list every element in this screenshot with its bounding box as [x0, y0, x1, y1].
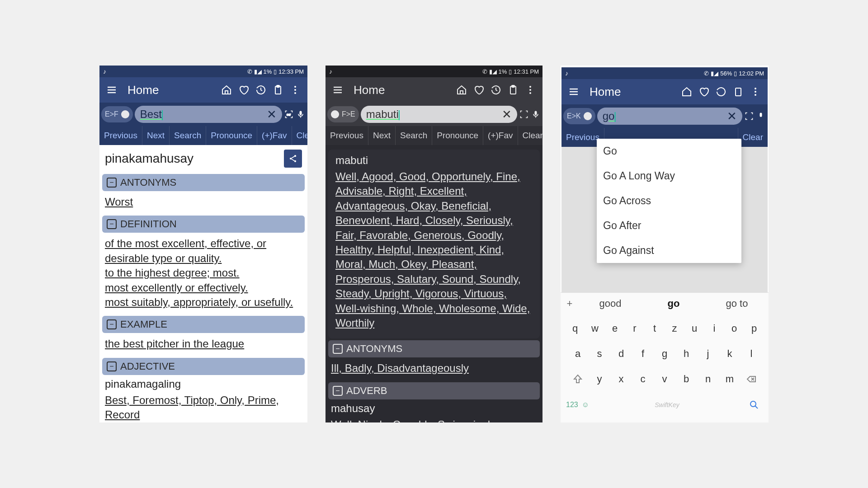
menu-icon[interactable]	[106, 84, 118, 96]
key-l[interactable]: l	[741, 343, 761, 365]
candidate[interactable]: good	[579, 298, 642, 310]
ocr-icon[interactable]: ocr	[284, 109, 294, 119]
key-backspace[interactable]	[741, 368, 761, 390]
heart-icon[interactable]	[238, 84, 250, 96]
suggestion-item[interactable]: Go After	[597, 213, 741, 238]
overflow-icon[interactable]	[524, 84, 536, 96]
key-q[interactable]: q	[566, 317, 584, 340]
suggestion-item[interactable]: Go	[597, 139, 741, 164]
ocr-icon[interactable]	[744, 111, 754, 121]
menu-icon[interactable]	[332, 84, 344, 96]
tab-pronounce[interactable]: Pronounce	[432, 126, 483, 145]
history-icon[interactable]	[255, 84, 267, 96]
home-icon[interactable]	[221, 84, 232, 96]
key-w[interactable]: w	[586, 317, 604, 340]
lang-toggle[interactable]: F>E	[327, 106, 359, 122]
key-u[interactable]: u	[685, 317, 703, 340]
suggestion-item[interactable]: Go Against	[597, 238, 741, 263]
adjective-sub1-syns[interactable]: Best, Foremost, Tiptop, Only, Prime, Rec…	[102, 391, 305, 422]
synonyms-body[interactable]: Well, Agood, Good, Opportunely, Fine, Ad…	[333, 168, 535, 335]
collapse-icon[interactable]: −	[107, 219, 117, 229]
tab-next[interactable]: Next	[368, 126, 396, 145]
section-antonyms[interactable]: −ANTONYMS	[102, 174, 305, 191]
key-c[interactable]: c	[633, 368, 653, 390]
antonyms-body[interactable]: Ill, Badly, Disadvantageously	[328, 359, 540, 380]
section-definition[interactable]: −DEFINITION	[102, 216, 305, 233]
key-y[interactable]: y	[590, 368, 609, 390]
suggestion-item[interactable]: Go Across	[597, 188, 741, 213]
search-input[interactable]: mabuti ✕	[361, 106, 517, 123]
clipboard-icon[interactable]	[272, 84, 284, 96]
key-t[interactable]: t	[646, 317, 664, 340]
history-icon[interactable]	[490, 84, 502, 96]
collapse-icon[interactable]: −	[333, 344, 343, 354]
key-emoji[interactable]: ☺	[582, 401, 589, 409]
key-search[interactable]	[745, 394, 763, 416]
key-f[interactable]: f	[633, 343, 653, 365]
heart-icon[interactable]	[473, 84, 485, 96]
mic-icon[interactable]	[296, 109, 306, 119]
tab-clear[interactable]: Clear	[518, 126, 542, 145]
clear-x-icon[interactable]: ✕	[502, 108, 512, 122]
tab-clear[interactable]: Clear	[738, 128, 768, 147]
key-h[interactable]: h	[676, 343, 696, 365]
clipboard-icon[interactable]	[507, 84, 519, 96]
key-z[interactable]: z	[665, 317, 684, 340]
collapse-icon[interactable]: −	[107, 361, 117, 371]
candidate-add-icon[interactable]: +	[561, 298, 579, 310]
key-p[interactable]: p	[745, 317, 763, 340]
clear-x-icon[interactable]: ✕	[727, 109, 737, 123]
key-g[interactable]: g	[655, 343, 675, 365]
tab-next[interactable]: Next	[142, 126, 170, 145]
key-123[interactable]: 123	[566, 401, 578, 409]
suggestion-item[interactable]: Go A Long Way	[597, 164, 741, 188]
home-icon[interactable]	[456, 84, 467, 96]
key-s[interactable]: s	[590, 343, 609, 365]
tab-search[interactable]: Search	[170, 126, 206, 145]
section-adverb[interactable]: −ADVERB	[328, 382, 540, 399]
key-b[interactable]: b	[676, 368, 696, 390]
clear-x-icon[interactable]: ✕	[267, 108, 277, 122]
clipboard-icon[interactable]	[732, 86, 744, 98]
key-r[interactable]: r	[626, 317, 644, 340]
section-adjective[interactable]: −ADJECTIVE	[102, 358, 305, 375]
search-input[interactable]: Best ✕	[135, 106, 282, 123]
adverb-sub1-syns[interactable]: Well, Nicely, Capably, Swimmingly	[328, 416, 540, 422]
lang-toggle[interactable]: E>F	[101, 106, 133, 122]
key-i[interactable]: i	[705, 317, 723, 340]
tab-clear[interactable]: Clear	[292, 126, 307, 145]
mic-icon[interactable]	[531, 109, 541, 119]
antonyms-body[interactable]: Worst	[102, 193, 305, 214]
collapse-icon[interactable]: −	[333, 386, 343, 396]
menu-icon[interactable]	[568, 86, 580, 98]
key-x[interactable]: x	[611, 368, 631, 390]
history-icon[interactable]	[715, 86, 727, 98]
overflow-icon[interactable]	[750, 86, 761, 98]
section-example[interactable]: −EXAMPLE	[102, 316, 305, 333]
tab-fav[interactable]: (+)Fav	[257, 126, 292, 145]
collapse-icon[interactable]: −	[107, 319, 117, 329]
candidate[interactable]: go to	[705, 298, 769, 310]
tab-previous[interactable]: Previous	[326, 126, 368, 145]
key-o[interactable]: o	[725, 317, 743, 340]
overflow-icon[interactable]	[289, 84, 301, 96]
candidate[interactable]: go	[642, 298, 705, 310]
key-k[interactable]: k	[720, 343, 740, 365]
key-j[interactable]: j	[698, 343, 718, 365]
tab-search[interactable]: Search	[396, 126, 432, 145]
key-a[interactable]: a	[568, 343, 588, 365]
mic-icon[interactable]	[756, 111, 766, 121]
home-icon[interactable]	[681, 86, 693, 98]
key-e[interactable]: e	[606, 317, 624, 340]
heart-icon[interactable]	[698, 86, 710, 98]
key-v[interactable]: v	[655, 368, 675, 390]
lang-toggle[interactable]: E>K	[563, 108, 595, 124]
share-button[interactable]	[284, 150, 302, 168]
ocr-icon[interactable]	[519, 109, 529, 119]
search-input[interactable]: go ✕	[597, 108, 742, 125]
key-n[interactable]: n	[698, 368, 718, 390]
key-d[interactable]: d	[611, 343, 631, 365]
tab-fav[interactable]: (+)Fav	[483, 126, 518, 145]
tab-pronounce[interactable]: Pronounce	[206, 126, 257, 145]
collapse-icon[interactable]: −	[107, 178, 117, 188]
